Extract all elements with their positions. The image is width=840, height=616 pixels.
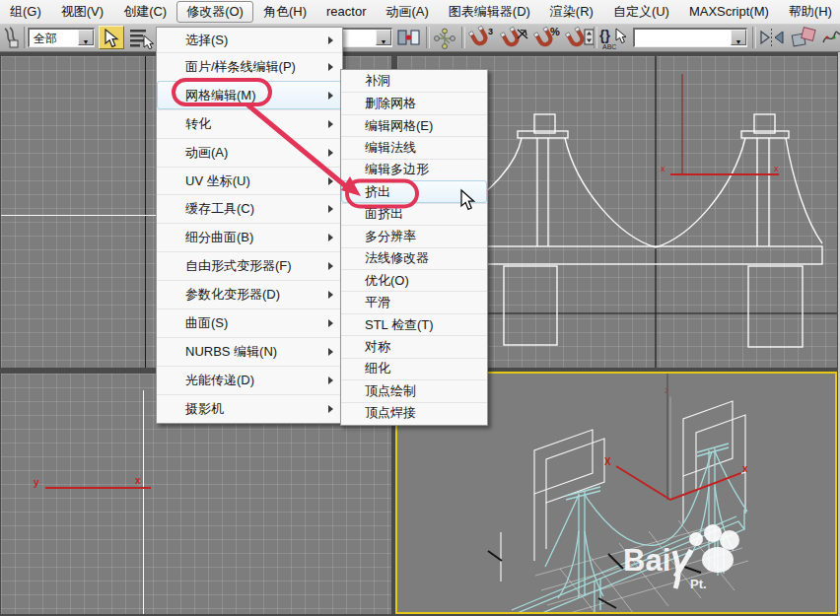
angle-snap-icon[interactable] bbox=[499, 26, 530, 50]
mesh-edit-submenu-item[interactable]: 多分辨率 bbox=[341, 225, 487, 246]
menubar-item[interactable]: 角色(H) bbox=[253, 1, 316, 23]
mirror-icon[interactable] bbox=[758, 26, 786, 49]
menubar-item[interactable]: MAXScript(M) bbox=[679, 1, 779, 23]
modifiers-menu-item[interactable]: 光能传递(D) bbox=[157, 366, 342, 394]
select-by-name-icon[interactable] bbox=[128, 28, 156, 49]
mesh-edit-submenu-item[interactable]: 挤出 bbox=[341, 180, 487, 202]
toolbar-separator bbox=[461, 27, 465, 48]
toolbar-separator bbox=[594, 27, 597, 48]
mesh-edit-submenu-item[interactable]: STL 检查(T) bbox=[341, 313, 487, 335]
submenu-arrow-icon bbox=[328, 262, 333, 270]
svg-text:x: x bbox=[742, 463, 748, 474]
3dsmax-window: { "menu_bar": { "items": [ {"label": "组(… bbox=[0, 0, 840, 616]
modifiers-menu-item[interactable]: 缓存工具(C) bbox=[157, 194, 342, 223]
keyboard-override-icon[interactable] bbox=[396, 28, 422, 49]
x-axis-line bbox=[45, 487, 151, 489]
grid-axis-vertical bbox=[145, 56, 146, 368]
menu-bar: 组(G) 视图(V) 创建(C) 修改器(O) 角色(H) reactor 动画… bbox=[0, 0, 840, 25]
modifiers-menu-item[interactable]: 选择(S) bbox=[157, 28, 342, 52]
menubar-item[interactable]: 帮助(H) bbox=[779, 1, 840, 23]
mesh-edit-submenu-item[interactable]: 删除网格 bbox=[341, 92, 487, 113]
svg-text:ABC: ABC bbox=[602, 43, 616, 50]
baidu-watermark: Bai Pt. bbox=[623, 524, 739, 591]
svg-text:x: x bbox=[774, 164, 779, 173]
menubar-item[interactable]: 自定义(U) bbox=[603, 1, 679, 23]
mesh-edit-submenu-item[interactable]: 编辑网格(E) bbox=[341, 114, 487, 136]
select-arrow-icon bbox=[105, 29, 128, 50]
axis-gizmo-front: x x bbox=[661, 74, 779, 174]
mesh-edit-submenu-item[interactable]: 细化 bbox=[341, 358, 487, 379]
submenu-arrow-icon bbox=[328, 63, 333, 71]
menubar-item[interactable]: 动画(A) bbox=[376, 1, 438, 23]
mesh-edit-submenu-item[interactable]: 面挤出 bbox=[341, 203, 487, 225]
modifiers-menu-item[interactable]: UV 坐标(U) bbox=[157, 167, 342, 195]
menubar-item[interactable]: 视图(V) bbox=[51, 1, 113, 23]
modifiers-menu-item[interactable]: 摄影机 bbox=[157, 394, 342, 423]
mesh-edit-submenu-item[interactable]: 优化(O) bbox=[341, 269, 487, 291]
named-selection-dropdown[interactable]: ▼ bbox=[633, 28, 747, 47]
dropdown-arrow-button[interactable]: ▼ bbox=[731, 30, 746, 45]
menubar-item[interactable]: 渲染(R) bbox=[540, 1, 603, 23]
modifiers-menu-item[interactable]: 网格编辑(M) bbox=[157, 81, 342, 109]
mesh-edit-submenu-item[interactable]: 法线修改器 bbox=[341, 247, 487, 269]
x-axis-label: x bbox=[135, 476, 141, 486]
toolbar-separator bbox=[752, 27, 756, 48]
submenu-arrow-icon bbox=[328, 149, 333, 157]
modifiers-menu-item[interactable]: 转化 bbox=[157, 109, 342, 138]
submenu-arrow-icon bbox=[328, 376, 333, 384]
svg-text:x: x bbox=[661, 164, 665, 173]
mesh-edit-submenu-item[interactable]: 顶点绘制 bbox=[341, 379, 487, 401]
menubar-item[interactable]: 创建(C) bbox=[113, 1, 176, 23]
submenu-arrow-icon bbox=[328, 177, 333, 185]
mesh-edit-submenu-item[interactable]: 平滑 bbox=[341, 291, 487, 312]
modifiers-menu-item[interactable]: 参数化变形器(D) bbox=[157, 280, 342, 308]
svg-text:Pt.: Pt. bbox=[690, 577, 707, 591]
submenu-arrow-icon bbox=[328, 291, 333, 299]
snap-toggle-3d-icon[interactable]: 3 bbox=[467, 26, 497, 50]
menubar-item[interactable]: 修改器(O) bbox=[176, 1, 253, 23]
submenu-arrow-icon bbox=[328, 234, 333, 241]
named-selection-sets-icon[interactable]: {} ABC bbox=[598, 26, 630, 50]
svg-text:{}: {} bbox=[599, 28, 610, 43]
mesh-edit-submenu-item[interactable]: 编辑多边形 bbox=[341, 159, 487, 180]
y-axis-label: y bbox=[34, 478, 39, 488]
svg-text:3: 3 bbox=[488, 27, 493, 36]
percent-snap-icon[interactable]: % bbox=[532, 26, 562, 50]
mesh-edit-submenu-item[interactable]: 补洞 bbox=[341, 70, 487, 92]
select-and-manipulate-icon[interactable] bbox=[432, 28, 457, 49]
svg-text:%: % bbox=[550, 26, 560, 37]
bind-to-spacewarp-icon[interactable] bbox=[2, 27, 20, 48]
mesh-edit-submenu-item[interactable]: 编辑法线 bbox=[341, 136, 487, 158]
dropdown-arrow-button[interactable]: ▼ bbox=[376, 30, 391, 45]
svg-text:X: X bbox=[604, 456, 611, 467]
modifiers-menu-item[interactable]: 动画(A) bbox=[157, 138, 342, 167]
curve-editor-icon[interactable] bbox=[822, 26, 840, 49]
submenu-arrow-icon bbox=[328, 348, 333, 356]
align-icon[interactable] bbox=[790, 26, 817, 49]
mesh-edit-submenu-item[interactable]: 对称 bbox=[341, 335, 487, 357]
toolbar-separator bbox=[426, 27, 430, 48]
menubar-item[interactable]: reactor bbox=[316, 1, 376, 23]
dropdown-arrow-button[interactable]: ▼ bbox=[78, 30, 94, 45]
selection-filter-dropdown[interactable]: 全部 ▼ bbox=[28, 28, 95, 47]
modifiers-menu-item[interactable]: 自由形式变形器(F) bbox=[157, 251, 342, 280]
mesh-edit-submenu-item[interactable]: 顶点焊接 bbox=[341, 402, 487, 424]
select-object-button[interactable] bbox=[99, 26, 124, 49]
svg-text:Bai: Bai bbox=[623, 543, 670, 578]
submenu-arrow-icon bbox=[328, 319, 333, 327]
svg-text:z: z bbox=[665, 385, 669, 395]
modifiers-menu: 选择(S) 面片/样条线编辑(P) 网格编辑(M) 转化 动画(A) UV 坐标… bbox=[156, 27, 343, 424]
mesh-edit-submenu: 补洞 删除网格 编辑网格(E) 编辑法线 编辑多边形 挤出 面挤出 多分辨率 法… bbox=[340, 69, 488, 426]
menubar-item[interactable]: 组(G) bbox=[0, 1, 51, 23]
submenu-arrow-icon bbox=[328, 120, 333, 128]
spline-vertical-line bbox=[143, 390, 144, 614]
modifiers-menu-item[interactable]: 细分曲面(B) bbox=[157, 223, 342, 251]
main-toolbar: 全部 ▼ ▼ 3 bbox=[0, 24, 840, 52]
modifiers-menu-item[interactable]: 曲面(S) bbox=[157, 308, 342, 337]
submenu-arrow-icon bbox=[328, 36, 333, 44]
submenu-arrow-icon bbox=[328, 92, 333, 100]
menubar-item[interactable]: 图表编辑器(D) bbox=[439, 1, 540, 23]
modifiers-menu-item[interactable]: NURBS 编辑(N) bbox=[157, 337, 342, 366]
spinner-snap-icon[interactable] bbox=[564, 26, 595, 50]
modifiers-menu-item[interactable]: 面片/样条线编辑(P) bbox=[157, 52, 342, 81]
